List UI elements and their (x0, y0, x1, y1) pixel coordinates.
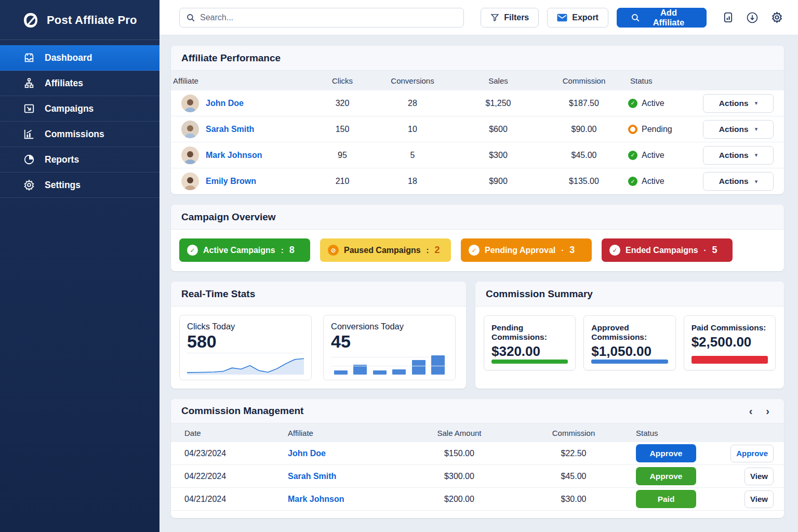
affiliate-name-link[interactable]: Mark Johnson (288, 495, 344, 503)
column-header-conversions: Conversions (368, 76, 457, 85)
status-label: Pending (642, 125, 672, 134)
view-button[interactable]: View (744, 490, 774, 508)
badge-label: Active Campaigns (203, 246, 275, 255)
badge-label: Paused Campaigns (344, 246, 421, 255)
envelope-icon (557, 14, 567, 22)
summary-bar (491, 360, 568, 364)
next-page-button[interactable]: › (766, 406, 769, 416)
affiliate-performance-card: Affiliate Performance Affiliate Clicks C… (171, 46, 784, 194)
summary-bar (691, 356, 768, 364)
sidebar-item-settings[interactable]: Settings (0, 172, 159, 198)
sales-value: $600 (457, 125, 540, 134)
table-row: 04/23/2024 John Doe $150.00 $22.50 Appro… (171, 442, 784, 465)
pending-approval-badge[interactable]: ✓ Pending Approval · 3 (461, 238, 592, 262)
column-header-date: Date (171, 429, 288, 437)
affiliate-name-link[interactable]: John Doe (288, 449, 326, 458)
search-box[interactable] (179, 8, 464, 28)
bar-chart-icon (23, 128, 35, 140)
status-badge: ✓ Active (628, 99, 690, 108)
actions-dropdown-button[interactable]: Actions ▾ (703, 94, 774, 113)
sidebar-item-campaigns[interactable]: Campaigns (0, 96, 159, 122)
affiliate-name-link[interactable]: Emily Brown (206, 177, 256, 186)
row-action-button[interactable]: Approve (730, 445, 774, 462)
conversions-bar-chart (331, 353, 448, 375)
table-row: Emily Brown 210 18 $900 $135.00 ✓ Active… (171, 168, 784, 194)
commission-management-header-row: Date Affiliate Sale Amount Commission St… (171, 423, 784, 442)
approve-button[interactable]: Approve (636, 444, 696, 462)
campaign-overview-card: Campaign Overview ✓ Active Campaigns : 8… (171, 205, 784, 271)
search-input[interactable] (200, 13, 457, 22)
summary-label: Pending Commissions: (491, 323, 568, 342)
top-bar: Filters Export Add Affiliate (159, 0, 798, 35)
export-button[interactable]: Export (547, 8, 608, 28)
column-header-commission: Commission (511, 429, 636, 437)
paid-button[interactable]: Paid (636, 490, 696, 508)
status-label: Active (642, 99, 664, 108)
table-row: John Doe 320 28 $1,250 $187.50 ✓ Active … (171, 90, 784, 116)
sidebar-item-affiliates[interactable]: Affiliates (0, 71, 159, 96)
column-header-sales: Sales (457, 76, 540, 85)
bar (373, 370, 387, 375)
table-row: Sarah Smith 150 10 $600 $90.00 Pending A… (171, 116, 784, 142)
org-chart-icon (23, 77, 35, 89)
affiliate-name-link[interactable]: John Doe (206, 99, 244, 108)
conversions-value: 18 (368, 177, 457, 186)
conversions-value: 28 (368, 99, 457, 108)
sidebar-item-reports[interactable]: Reports (0, 147, 159, 172)
sidebar-item-commissions[interactable]: Commissions (0, 122, 159, 147)
approved-commissions-card: Approved Commissions: $1,050.00 (583, 315, 675, 370)
ended-campaigns-badge[interactable]: ✓ Ended Campaigns · 5 (602, 238, 733, 262)
sales-value: $1,250 (457, 99, 540, 108)
status-label: Active (642, 151, 664, 160)
sidebar: Post Affliate Pro Dashboard Affiliates C… (0, 0, 159, 532)
magnifier-icon (631, 13, 640, 22)
affiliate-name-link[interactable]: Mark Johnson (206, 151, 262, 160)
bar (431, 355, 445, 375)
check-circle-icon: ✓ (609, 245, 620, 256)
column-header-status: Status (628, 76, 690, 85)
summary-label: Paid Commissions: (691, 323, 768, 332)
status-label: Active (642, 177, 664, 186)
conversions-value: 10 (368, 125, 457, 134)
actions-dropdown-button[interactable]: Actions ▾ (703, 120, 774, 139)
paused-campaigns-badge[interactable]: ⊘ Paused Campaigns : 2 (320, 238, 451, 262)
badge-label: Ended Campaigns (626, 246, 698, 255)
commission-value: $30.00 (511, 495, 636, 504)
view-button[interactable]: View (744, 468, 774, 485)
affiliate-performance-header-row: Affiliate Clicks Conversions Sales Commi… (171, 71, 784, 90)
add-affiliate-button[interactable]: Add Affiliate (617, 8, 707, 28)
gear-icon[interactable] (770, 11, 783, 24)
badge-label: Pending Approval (485, 246, 555, 255)
gear-icon (23, 179, 35, 191)
sidebar-item-dashboard[interactable]: Dashboard (0, 45, 159, 71)
affiliate-name-link[interactable]: Sarah Smith (288, 472, 336, 481)
approve-button[interactable]: Approve (636, 467, 696, 485)
inbox-icon (23, 51, 35, 64)
column-header-status: Status (636, 429, 714, 437)
date-value: 04/21/2024 (171, 495, 288, 504)
bar (353, 365, 367, 375)
sidebar-item-label: Affiliates (45, 78, 83, 89)
filters-button[interactable]: Filters (481, 8, 539, 28)
badge-count: 8 (289, 245, 295, 256)
clicks-value: 210 (316, 177, 368, 186)
commission-value: $45.00 (540, 151, 628, 160)
status-badge: ✓ Active (628, 151, 690, 160)
affiliate-name-link[interactable]: Sarah Smith (206, 125, 254, 134)
commission-management-card: Commission Management ‹ › Date Affiliate… (171, 399, 784, 518)
active-campaigns-badge[interactable]: ✓ Active Campaigns : 8 (179, 238, 310, 262)
check-circle-icon: ✓ (628, 99, 637, 108)
actions-dropdown-button[interactable]: Actions ▾ (703, 146, 774, 165)
column-header-affiliate: Affiliate (288, 429, 407, 437)
brand: Post Affliate Pro (0, 0, 159, 40)
actions-dropdown-button[interactable]: Actions ▾ (703, 172, 774, 191)
pending-circle-icon (628, 125, 637, 134)
commission-value: $45.00 (511, 472, 636, 481)
stat-label: Clicks Today (187, 322, 304, 331)
prev-page-button[interactable]: ‹ (749, 406, 753, 416)
report-device-icon[interactable] (721, 11, 735, 24)
topbar-icon-group (721, 11, 783, 24)
download-circle-icon[interactable] (746, 11, 759, 24)
avatar (181, 147, 199, 164)
badge-separator: · (561, 246, 564, 255)
